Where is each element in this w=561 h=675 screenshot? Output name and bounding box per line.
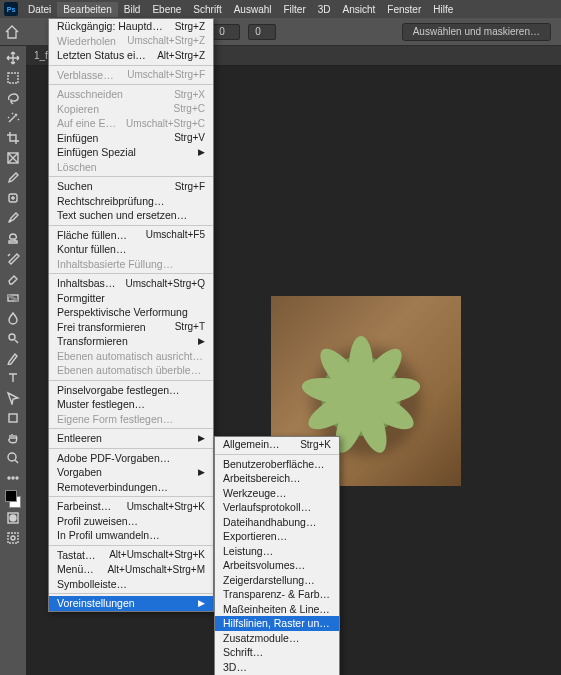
preferences-submenu: Allgemein…Strg+KBenutzeroberfläche…Arbei… xyxy=(214,436,340,675)
edit-menu-item-10[interactable]: Einfügen Spezial▶ xyxy=(49,145,213,160)
edit-menu-item-6: AusschneidenStrg+X xyxy=(49,87,213,102)
prefs-submenu-item-13[interactable]: Hilfslinien, Raster und Slices… xyxy=(215,616,339,631)
tool-pen[interactable] xyxy=(2,348,24,368)
flow-field[interactable]: 0 xyxy=(248,24,276,40)
prefs-submenu-item-4[interactable]: Werkzeuge… xyxy=(215,486,339,501)
menu-auswahl[interactable]: Auswahl xyxy=(228,2,278,17)
edit-menu-item-45[interactable]: Symbolleiste… xyxy=(49,577,213,592)
edit-menu-item-13[interactable]: SuchenStrg+F xyxy=(49,179,213,194)
edit-menu-item-0[interactable]: Rückgängig: Hauptdeckkraft ändernStrg+Z xyxy=(49,19,213,34)
edit-menu-item-24[interactable]: Frei transformierenStrg+T xyxy=(49,320,213,335)
prefs-submenu-item-label: Arbeitsbereich… xyxy=(223,472,331,484)
edit-menu-item-41[interactable]: In Profil umwandeln… xyxy=(49,528,213,543)
opacity-field[interactable]: 0 xyxy=(212,24,240,40)
prefs-submenu-item-5[interactable]: Verlaufsprotokoll… xyxy=(215,500,339,515)
prefs-submenu-item-8[interactable]: Leistung… xyxy=(215,544,339,559)
prefs-submenu-item-label: Benutzeroberfläche… xyxy=(223,458,331,470)
edit-menu-item-21[interactable]: Inhaltsbasiert skalierenUmschalt+Strg+Q xyxy=(49,276,213,291)
edit-menu-item-37[interactable]: Remoteverbindungen… xyxy=(49,480,213,495)
edit-menu-item-29[interactable]: Pinselvorgabe festlegen… xyxy=(49,383,213,398)
prefs-submenu-item-0[interactable]: Allgemein…Strg+K xyxy=(215,437,339,452)
tool-eyedrop[interactable] xyxy=(2,168,24,188)
tool-eraser[interactable] xyxy=(2,268,24,288)
tool-dodge[interactable] xyxy=(2,328,24,348)
edit-menu-item-40[interactable]: Profil zuweisen… xyxy=(49,514,213,529)
edit-menu-dropdown: Rückgängig: Hauptdeckkraft ändernStrg+ZW… xyxy=(48,18,214,612)
tool-marquee[interactable] xyxy=(2,68,24,88)
prefs-submenu-item-12[interactable]: Maßeinheiten & Lineale… xyxy=(215,602,339,617)
home-icon[interactable] xyxy=(4,25,20,39)
tool-brush[interactable] xyxy=(2,208,24,228)
edit-menu-item-label: Entleeren xyxy=(57,432,192,444)
edit-menu-item-35[interactable]: Adobe PDF-Vorgaben… xyxy=(49,451,213,466)
edit-menu-item-30[interactable]: Muster festlegen… xyxy=(49,397,213,412)
prefs-submenu-item-10[interactable]: Zeigerdarstellung… xyxy=(215,573,339,588)
edit-menu-item-2[interactable]: Letzten Status ein/ausAlt+Strg+Z xyxy=(49,48,213,63)
prefs-submenu-item-label: Arbeitsvolumes… xyxy=(223,559,331,571)
edit-menu-item-7: KopierenStrg+C xyxy=(49,102,213,117)
menu-schrift[interactable]: Schrift xyxy=(187,2,227,17)
edit-menu-item-43[interactable]: Tastaturbefehle…Alt+Umschalt+Strg+K xyxy=(49,548,213,563)
menu-filter[interactable]: Filter xyxy=(278,2,312,17)
tool-type[interactable] xyxy=(2,368,24,388)
tool-stamp[interactable] xyxy=(2,228,24,248)
edit-menu-item-14[interactable]: Rechtschreibprüfung… xyxy=(49,194,213,209)
select-and-mask-button[interactable]: Auswählen und maskieren… xyxy=(402,23,551,41)
edit-menu-item-label: Verblassen… xyxy=(57,69,117,81)
prefs-submenu-item-label: Werkzeuge… xyxy=(223,487,331,499)
edit-menu-item-label: Perspektivische Verformung xyxy=(57,306,205,318)
tool-blur[interactable] xyxy=(2,308,24,328)
edit-menu-item-9[interactable]: EinfügenStrg+V xyxy=(49,131,213,146)
edit-menu-item-15[interactable]: Text suchen und ersetzen… xyxy=(49,208,213,223)
edit-menu-separator xyxy=(49,448,213,449)
menu-3d[interactable]: 3D xyxy=(312,2,337,17)
tool-mask[interactable] xyxy=(2,508,24,528)
prefs-submenu-item-2[interactable]: Benutzeroberfläche… xyxy=(215,457,339,472)
prefs-submenu-item-14[interactable]: Zusatzmodule… xyxy=(215,631,339,646)
tool-crop[interactable] xyxy=(2,128,24,148)
edit-menu-item-39[interactable]: Farbeinstellungen…Umschalt+Strg+K xyxy=(49,499,213,514)
edit-menu-item-44[interactable]: Menüs…Alt+Umschalt+Strg+M xyxy=(49,562,213,577)
edit-menu-item-23[interactable]: Perspektivische Verformung xyxy=(49,305,213,320)
tool-more[interactable] xyxy=(2,468,24,488)
svg-rect-0 xyxy=(8,73,18,83)
edit-menu-item-36[interactable]: Vorgaben▶ xyxy=(49,465,213,480)
edit-menu-item-17[interactable]: Fläche füllen…Umschalt+F5 xyxy=(49,228,213,243)
tool-zoom[interactable] xyxy=(2,448,24,468)
menu-ebene[interactable]: Ebene xyxy=(146,2,187,17)
edit-menu-item-label: Formgitter xyxy=(57,292,205,304)
tool-frame[interactable] xyxy=(2,148,24,168)
menu-fenster[interactable]: Fenster xyxy=(381,2,427,17)
edit-menu-item-18[interactable]: Kontur füllen… xyxy=(49,242,213,257)
tool-quick[interactable] xyxy=(2,528,24,548)
prefs-submenu-item-11[interactable]: Transparenz- & Farbumfang-Warnung… xyxy=(215,587,339,602)
menu-hilfe[interactable]: Hilfe xyxy=(427,2,459,17)
prefs-submenu-item-label: Maßeinheiten & Lineale… xyxy=(223,603,331,615)
edit-menu-item-25[interactable]: Transformieren▶ xyxy=(49,334,213,349)
menu-ansicht[interactable]: Ansicht xyxy=(337,2,382,17)
tool-move[interactable] xyxy=(2,48,24,68)
shortcut-label: Umschalt+Strg+F xyxy=(127,69,205,80)
tool-history[interactable] xyxy=(2,248,24,268)
edit-menu-item-47[interactable]: Voreinstellungen▶ xyxy=(49,596,213,611)
prefs-submenu-item-15[interactable]: Schrift… xyxy=(215,645,339,660)
edit-menu-item-33[interactable]: Entleeren▶ xyxy=(49,431,213,446)
prefs-submenu-item-16[interactable]: 3D… xyxy=(215,660,339,675)
prefs-submenu-item-9[interactable]: Arbeitsvolumes… xyxy=(215,558,339,573)
tool-heal[interactable] xyxy=(2,188,24,208)
menu-datei[interactable]: Datei xyxy=(22,2,57,17)
edit-menu-separator xyxy=(49,65,213,66)
menu-bild[interactable]: Bild xyxy=(118,2,147,17)
tool-path[interactable] xyxy=(2,388,24,408)
prefs-submenu-item-3[interactable]: Arbeitsbereich… xyxy=(215,471,339,486)
edit-menu-item-22[interactable]: Formgitter xyxy=(49,291,213,306)
tool-rect[interactable] xyxy=(2,408,24,428)
tool-wand[interactable] xyxy=(2,108,24,128)
menu-bearbeiten[interactable]: Bearbeiten xyxy=(57,2,117,17)
tool-gradient[interactable] xyxy=(2,288,24,308)
tool-lasso[interactable] xyxy=(2,88,24,108)
prefs-submenu-item-7[interactable]: Exportieren… xyxy=(215,529,339,544)
tool-hand[interactable] xyxy=(2,428,24,448)
prefs-submenu-item-6[interactable]: Dateihandhabung… xyxy=(215,515,339,530)
color-swatches[interactable] xyxy=(3,490,23,508)
